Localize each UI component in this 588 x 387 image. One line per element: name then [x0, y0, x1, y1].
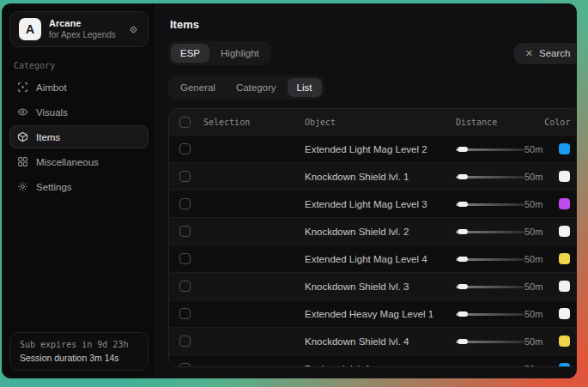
object-name: Extended Light Mag Level 2: [305, 144, 456, 154]
distance-cell: 50m: [456, 172, 543, 182]
row-checkbox[interactable]: [179, 198, 191, 209]
tab-esp[interactable]: ESP: [171, 44, 209, 63]
aimbot-icon: [17, 82, 28, 93]
tab-category[interactable]: Category: [227, 78, 286, 97]
row-checkbox-cell: [169, 363, 203, 367]
app-subtitle: for Apex Legends: [49, 30, 120, 41]
table-row: Extended Light Mag Level 350m: [169, 190, 577, 217]
view-row: GeneralCategoryList: [168, 76, 577, 100]
table-header-row: Selection Object Distance Color: [169, 109, 577, 135]
diamond-locate-icon[interactable]: [128, 24, 139, 35]
distance-slider[interactable]: [456, 227, 524, 237]
distance-value: 50m: [524, 227, 543, 237]
sidebar-item-items[interactable]: Items: [9, 125, 149, 148]
slider-thumb[interactable]: [458, 257, 468, 262]
color-cell: [559, 336, 570, 347]
slider-thumb[interactable]: [458, 202, 468, 207]
controls-row: ESPHighlight ✕ Search: [168, 41, 577, 65]
sidebar-item-settings[interactable]: Settings: [9, 175, 149, 198]
visuals-icon: [17, 106, 28, 118]
tab-highlight[interactable]: Highlight: [211, 44, 269, 63]
slider-thumb[interactable]: [458, 366, 468, 368]
sidebar-nav: AimbotVisualsItemsMiscellaneousSettings: [9, 76, 149, 198]
sidebar-item-label: Miscellaneous: [36, 157, 99, 167]
select-all-checkbox[interactable]: [179, 117, 191, 128]
color-swatch[interactable]: [559, 308, 570, 319]
miscellaneous-icon: [17, 156, 28, 167]
table-row: Backpack lvl. 150m: [169, 354, 577, 367]
color-cell: [559, 171, 570, 182]
color-swatch[interactable]: [559, 226, 570, 237]
column-header-color: Color: [544, 118, 570, 127]
object-name: Extended Heavy Mag Level 1: [305, 309, 456, 319]
row-checkbox[interactable]: [179, 336, 191, 347]
distance-slider[interactable]: [456, 172, 524, 182]
color-cell: [559, 198, 570, 209]
color-swatch[interactable]: [559, 363, 570, 367]
slider-thumb[interactable]: [458, 229, 468, 234]
distance-slider[interactable]: [456, 254, 524, 264]
color-swatch[interactable]: [559, 253, 570, 264]
slider-thumb[interactable]: [458, 339, 468, 344]
column-header-object: Object: [305, 118, 456, 127]
row-checkbox-cell: [169, 336, 203, 347]
slider-thumb[interactable]: [458, 147, 468, 152]
search-button-label: Search: [539, 48, 570, 58]
table-body: Extended Light Mag Level 250mKnockdown S…: [169, 135, 577, 367]
distance-slider[interactable]: [456, 281, 524, 292]
row-checkbox-cell: [169, 198, 203, 209]
distance-slider[interactable]: [456, 336, 524, 347]
color-cell: [559, 226, 570, 237]
main-panel: Items ESPHighlight ✕ Search GeneralCateg…: [155, 4, 577, 378]
slider-thumb[interactable]: [458, 174, 468, 179]
sidebar-item-aimbot[interactable]: Aimbot: [9, 76, 149, 99]
search-shortcut-icon: ✕: [525, 48, 533, 59]
color-swatch[interactable]: [559, 171, 570, 182]
color-swatch[interactable]: [559, 281, 570, 292]
color-swatch[interactable]: [559, 198, 570, 209]
row-checkbox[interactable]: [179, 363, 191, 367]
row-checkbox[interactable]: [179, 143, 191, 154]
distance-slider[interactable]: [456, 309, 524, 319]
row-checkbox[interactable]: [179, 226, 191, 237]
sidebar-item-label: Visuals: [36, 107, 68, 118]
tab-list[interactable]: List: [288, 78, 322, 97]
table-row: Extended Light Mag Level 450m: [169, 245, 577, 272]
color-cell: [559, 363, 570, 367]
row-checkbox[interactable]: [179, 281, 191, 292]
distance-slider[interactable]: [456, 199, 524, 209]
search-button[interactable]: ✕ Search: [514, 43, 577, 64]
row-checkbox-cell: [169, 226, 203, 237]
table-row: Knockdown Shield lvl. 150m: [169, 162, 577, 190]
row-checkbox-cell: [169, 308, 203, 319]
brand-text: Arcane for Apex Legends: [49, 18, 120, 40]
distance-slider[interactable]: [456, 144, 524, 154]
color-cell: [559, 308, 570, 319]
object-name: Knockdown Shield lvl. 1: [305, 172, 456, 182]
distance-value: 50m: [524, 336, 543, 347]
slider-thumb[interactable]: [458, 284, 468, 289]
distance-slider[interactable]: [456, 364, 524, 368]
object-name: Knockdown Shield lvl. 3: [305, 281, 456, 292]
tab-general[interactable]: General: [171, 78, 225, 97]
color-swatch[interactable]: [559, 336, 570, 347]
slider-thumb[interactable]: [458, 311, 468, 317]
items-icon: [17, 131, 28, 142]
settings-icon: [17, 181, 28, 192]
table-row: Extended Light Mag Level 250m: [169, 135, 577, 162]
distance-cell: 50m: [456, 309, 543, 319]
sidebar-item-miscellaneous[interactable]: Miscellaneous: [9, 150, 149, 173]
distance-cell: 50m: [456, 227, 543, 237]
row-checkbox[interactable]: [179, 171, 191, 182]
row-checkbox[interactable]: [179, 253, 191, 264]
items-table: Selection Object Distance Color Extended…: [168, 108, 577, 367]
mode-tab-group: ESPHighlight: [168, 41, 271, 65]
row-checkbox[interactable]: [179, 308, 191, 319]
color-swatch[interactable]: [559, 143, 570, 154]
distance-cell: 50m: [456, 254, 543, 264]
sidebar-item-label: Settings: [36, 182, 72, 192]
table-row: Extended Heavy Mag Level 150m: [169, 299, 577, 327]
app-name: Arcane: [49, 18, 120, 30]
app-logo: A: [19, 18, 41, 40]
sidebar-item-visuals[interactable]: Visuals: [9, 100, 149, 124]
